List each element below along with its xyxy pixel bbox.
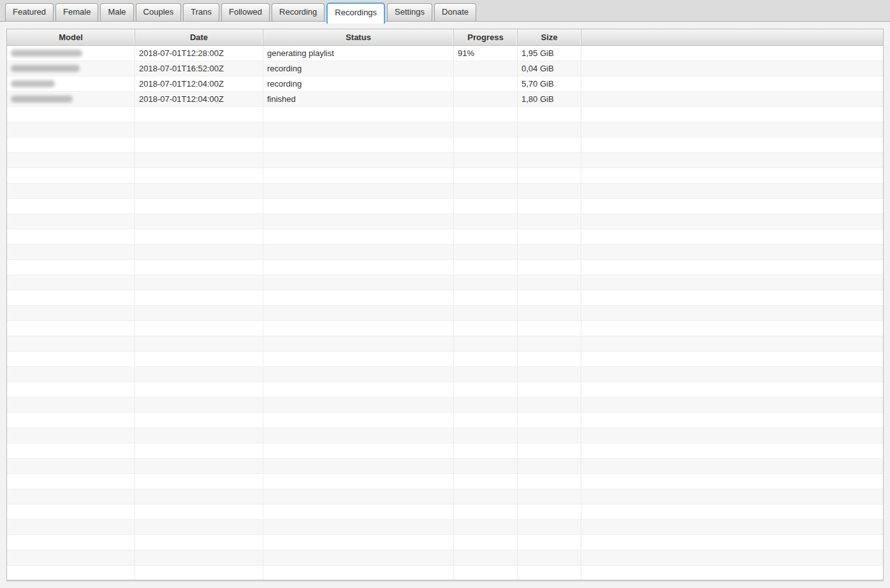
cell-empty — [581, 229, 883, 244]
tab-recording[interactable]: Recording — [272, 3, 325, 21]
column-header-progress[interactable]: Progress — [454, 29, 518, 45]
tab-recordings[interactable]: Recordings — [326, 3, 385, 24]
table-header-row: ModelDateStatusProgressSize — [7, 29, 883, 46]
table-row-empty — [7, 382, 883, 398]
cell-empty — [518, 352, 581, 366]
cell-empty — [7, 260, 135, 275]
cell-empty — [454, 413, 518, 427]
cell-empty — [263, 459, 454, 473]
column-header-date[interactable]: Date — [135, 29, 263, 45]
cell-empty — [518, 398, 581, 412]
cell-progress — [454, 76, 518, 91]
cell-progress — [454, 92, 518, 106]
table-row[interactable]: 2018-07-01T12:04:00Zfinished1,80 GiB — [7, 92, 883, 107]
cell-empty — [581, 398, 883, 412]
cell-empty — [454, 275, 518, 290]
cell-empty — [454, 398, 518, 412]
cell-size: 1,80 GiB — [518, 92, 581, 106]
cell-empty — [581, 505, 883, 519]
cell-empty — [135, 474, 263, 489]
cell-empty — [263, 306, 454, 320]
cell-empty — [7, 275, 135, 290]
cell-empty — [135, 336, 263, 351]
table-row[interactable]: 2018-07-01T16:52:00Zrecording0,04 GiB — [7, 61, 883, 76]
cell-empty — [7, 489, 135, 504]
cell-size: 5,70 GiB — [518, 76, 581, 91]
cell-empty — [7, 443, 135, 458]
cell-empty — [454, 459, 518, 473]
tab-featured[interactable]: Featured — [5, 3, 54, 21]
cell-empty — [454, 443, 518, 458]
cell-empty — [454, 367, 518, 382]
cell-empty — [581, 459, 883, 473]
cell-empty — [454, 138, 518, 152]
tab-donate[interactable]: Donate — [434, 3, 476, 21]
cell-empty — [263, 352, 454, 366]
cell-empty — [581, 122, 883, 137]
tab-couples[interactable]: Couples — [136, 3, 182, 21]
cell-empty — [7, 398, 135, 412]
cell-spacer — [581, 92, 883, 106]
cell-empty — [7, 474, 135, 489]
column-header-spacer[interactable] — [581, 29, 883, 45]
cell-empty — [135, 535, 263, 550]
table-row-empty — [7, 260, 883, 275]
cell-empty — [518, 367, 581, 382]
cell-empty — [135, 138, 263, 152]
cell-empty — [454, 428, 518, 443]
tab-settings[interactable]: Settings — [387, 3, 432, 21]
cell-empty — [263, 505, 454, 519]
cell-empty — [454, 107, 518, 122]
cell-model — [7, 46, 135, 61]
cell-empty — [135, 459, 263, 473]
table-row-empty — [7, 489, 883, 505]
table-row-empty — [7, 566, 883, 580]
cell-empty — [135, 413, 263, 427]
cell-empty — [7, 306, 135, 320]
tab-bar: FeaturedFemaleMaleCouplesTransFollowedRe… — [0, 0, 890, 22]
cell-empty — [263, 413, 454, 427]
table-row-empty — [7, 214, 883, 229]
table-row-empty — [7, 474, 883, 489]
cell-empty — [135, 260, 263, 275]
cell-empty — [454, 153, 518, 168]
tab-trans[interactable]: Trans — [183, 3, 219, 21]
tab-male[interactable]: Male — [100, 3, 133, 21]
table-row-empty — [7, 413, 883, 428]
column-header-status[interactable]: Status — [263, 29, 454, 45]
cell-empty — [518, 535, 581, 550]
cell-date: 2018-07-01T12:04:00Z — [135, 76, 263, 91]
column-header-model[interactable]: Model — [7, 29, 135, 45]
table-row-empty — [7, 459, 883, 474]
cell-empty — [581, 550, 883, 565]
cell-empty — [581, 138, 883, 152]
cell-empty — [581, 382, 883, 397]
tab-followed[interactable]: Followed — [221, 3, 270, 21]
cell-empty — [518, 413, 581, 427]
cell-empty — [454, 321, 518, 336]
cell-empty — [518, 550, 581, 565]
table-row[interactable]: 2018-07-01T12:04:00Zrecording5,70 GiB — [7, 76, 883, 92]
cell-spacer — [581, 61, 883, 76]
cell-empty — [7, 336, 135, 351]
cell-empty — [7, 520, 135, 534]
table-row-empty — [7, 168, 883, 183]
cell-empty — [7, 550, 135, 565]
cell-spacer — [581, 76, 883, 91]
tab-female[interactable]: Female — [55, 3, 98, 21]
cell-empty — [135, 183, 263, 198]
column-header-size[interactable]: Size — [518, 29, 581, 45]
cell-date: 2018-07-01T12:28:00Z — [135, 46, 263, 61]
cell-empty — [581, 474, 883, 489]
cell-empty — [454, 122, 518, 137]
table-row[interactable]: 2018-07-01T12:28:00Zgenerating playlist9… — [7, 46, 883, 61]
cell-empty — [518, 168, 581, 183]
cell-empty — [263, 168, 454, 183]
cell-empty — [7, 413, 135, 427]
cell-empty — [135, 306, 263, 320]
cell-empty — [518, 505, 581, 519]
cell-empty — [518, 566, 581, 580]
cell-empty — [454, 214, 518, 229]
cell-empty — [7, 214, 135, 229]
recordings-table[interactable]: ModelDateStatusProgressSize 2018-07-01T1… — [6, 29, 884, 580]
